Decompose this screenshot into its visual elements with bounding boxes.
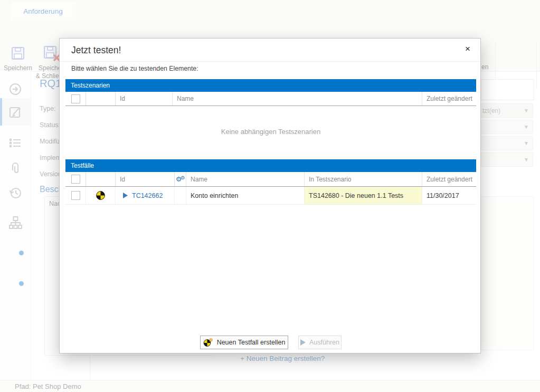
name-column-header[interactable]: Name bbox=[173, 92, 422, 106]
select-all-cell bbox=[65, 92, 86, 106]
row-select-cell bbox=[65, 187, 86, 204]
testcase-id-link[interactable]: TC142662 bbox=[132, 192, 163, 199]
name-column-header[interactable]: Name bbox=[186, 172, 305, 186]
modified-column-header[interactable]: Zuletzt geändert bbox=[422, 172, 476, 186]
scenario-highlight: TS142680 - Die neuen 1.1 Tests bbox=[305, 187, 422, 204]
id-column-header[interactable]: Id bbox=[116, 92, 173, 106]
create-testcase-button[interactable]: Neuen Testfall erstellen bbox=[200, 336, 288, 349]
gears-icon: ⚙⚙ bbox=[176, 176, 185, 183]
execution-column-header[interactable]: ⚙⚙ bbox=[175, 172, 186, 186]
testfaelle-table: Testfälle Id ⚙⚙ Name In Testszenario Zul… bbox=[65, 159, 476, 205]
app-window: Anforderung Speichern Speichern& Schließ… bbox=[0, 0, 540, 392]
testcase-scenario-cell: TS142680 - Die neuen 1.1 Tests bbox=[305, 187, 422, 204]
testcase-icon-cell bbox=[86, 187, 116, 204]
run-label: Ausführen bbox=[309, 339, 339, 346]
select-all-checkbox[interactable] bbox=[71, 175, 80, 184]
testszenarien-header: Testszenarien bbox=[65, 79, 476, 92]
testcase-modified-cell: 11/30/2017 bbox=[422, 187, 476, 204]
title-divider bbox=[60, 61, 480, 62]
dialog-instruction: Bitte wählen Sie die zu testenden Elemen… bbox=[71, 65, 198, 72]
dialog-title: Jetzt testen! bbox=[71, 45, 121, 56]
row-checkbox[interactable] bbox=[71, 191, 80, 200]
modified-column-header[interactable]: Zuletzt geändert bbox=[422, 92, 476, 106]
create-testcase-label: Neuen Testfall erstellen bbox=[217, 339, 286, 346]
testcase-id-cell: TC142662 bbox=[116, 187, 175, 204]
testszenarien-column-header-row: Id Name Zuletzt geändert bbox=[65, 92, 476, 106]
testcase-name-cell: Konto einrichten bbox=[186, 187, 305, 204]
scenario-column-header[interactable]: In Testszenario bbox=[305, 172, 422, 186]
jetzt-testen-dialog: Jetzt testen! × Bitte wählen Sie die zu … bbox=[59, 38, 481, 353]
run-button[interactable]: Ausführen bbox=[298, 336, 342, 349]
testfaelle-header: Testfälle bbox=[65, 159, 476, 172]
select-all-checkbox[interactable] bbox=[71, 94, 80, 103]
icon-column-header bbox=[86, 172, 116, 186]
crash-test-dummy-icon bbox=[96, 191, 105, 200]
testszenarien-table: Testszenarien Id Name Zuletzt geändert K… bbox=[65, 79, 476, 157]
expand-triangle-icon[interactable] bbox=[123, 193, 128, 198]
execution-cell bbox=[175, 187, 186, 204]
play-icon bbox=[300, 339, 306, 346]
id-column-header[interactable]: Id bbox=[116, 172, 175, 186]
testfaelle-column-header-row: Id ⚙⚙ Name In Testszenario Zuletzt geänd… bbox=[65, 172, 476, 187]
close-icon[interactable]: × bbox=[462, 43, 473, 55]
icon-column-header bbox=[86, 92, 116, 106]
table-row[interactable]: TC142662 Konto einrichten TS142680 - Die… bbox=[65, 187, 476, 205]
testszenarien-empty-state: Keine abhängigen Testszenarien bbox=[65, 106, 476, 157]
crash-test-dummy-new-icon bbox=[203, 338, 213, 347]
select-all-cell bbox=[65, 172, 86, 186]
